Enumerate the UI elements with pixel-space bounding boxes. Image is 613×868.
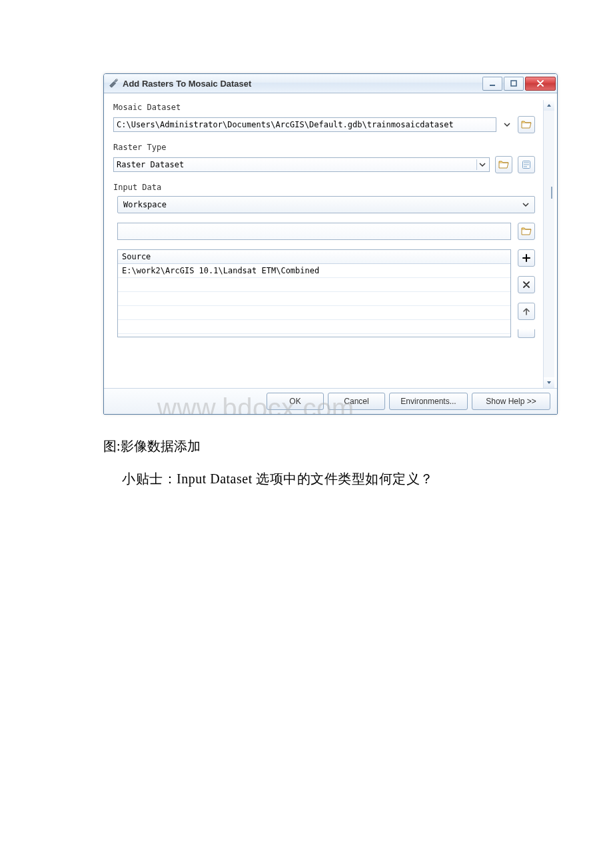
svg-rect-1 (490, 85, 495, 86)
figure-caption: 图:影像数据添加 (103, 437, 510, 455)
browse-folder-button[interactable] (518, 116, 535, 133)
scroll-up-icon[interactable] (544, 100, 554, 111)
browse-folder-button[interactable] (495, 156, 512, 173)
list-item (118, 278, 510, 292)
raster-type-value: Raster Dataset (117, 160, 184, 169)
chevron-down-icon[interactable] (502, 121, 512, 128)
environments-button[interactable]: Environments... (389, 393, 468, 410)
scroll-down-icon[interactable] (544, 377, 554, 388)
maximize-button[interactable] (504, 77, 524, 91)
minimize-button[interactable] (482, 77, 502, 91)
svg-point-0 (116, 79, 117, 81)
titlebar: Add Rasters To Mosaic Dataset (104, 74, 557, 93)
input-data-type-value: Workspace (123, 200, 167, 209)
label-input-data: Input Data (113, 183, 538, 192)
chevron-down-icon (476, 159, 488, 170)
workspace-path-input[interactable] (117, 223, 511, 240)
properties-button[interactable] (518, 156, 535, 173)
label-raster-type: Raster Type (113, 143, 538, 152)
add-item-button[interactable] (518, 249, 535, 267)
input-data-type-combo[interactable]: Workspace (117, 196, 535, 213)
list-header-source: Source (118, 250, 510, 264)
vertical-scrollbar[interactable] (543, 100, 554, 388)
scroll-tick (551, 187, 552, 199)
mosaic-dataset-value: C:\Users\Administrator\Documents\ArcGIS\… (117, 120, 454, 129)
raster-type-combo[interactable]: Raster Dataset (113, 157, 490, 172)
svg-rect-2 (511, 81, 516, 86)
client-area: Mosaic Dataset C:\Users\Administrator\Do… (104, 93, 557, 388)
dialog-footer: OK Cancel Environments... Show Help >> (104, 388, 557, 414)
window-title: Add Rasters To Mosaic Dataset (123, 79, 481, 89)
list-item (118, 320, 510, 334)
parameters-panel: Mosaic Dataset C:\Users\Administrator\Do… (111, 100, 540, 388)
label-mosaic-dataset: Mosaic Dataset (113, 103, 538, 112)
list-item[interactable]: E:\work2\ArcGIS 10.1\Landsat ETM\Combine… (118, 264, 510, 278)
tip-caption: 小贴士：Input Dataset 选项中的文件类型如何定义？ (103, 470, 510, 488)
ok-button[interactable]: OK (267, 393, 324, 410)
move-down-button[interactable] (518, 329, 535, 338)
source-listbox[interactable]: Source E:\work2\ArcGIS 10.1\Landsat ETM\… (117, 249, 511, 337)
remove-item-button[interactable] (518, 276, 535, 293)
window-controls (481, 77, 556, 91)
list-item (118, 306, 510, 320)
list-item (118, 292, 510, 306)
chevron-down-icon (520, 199, 532, 211)
dialog-window: Add Rasters To Mosaic Dataset Mosaic Dat… (103, 73, 558, 415)
move-up-button[interactable] (518, 303, 535, 320)
tool-icon (108, 78, 119, 89)
show-help-button[interactable]: Show Help >> (472, 393, 550, 410)
cancel-button[interactable]: Cancel (328, 393, 385, 410)
browse-folder-button[interactable] (518, 223, 535, 240)
mosaic-dataset-input[interactable]: C:\Users\Administrator\Documents\ArcGIS\… (113, 117, 496, 132)
close-button[interactable] (525, 77, 556, 91)
list-side-buttons (518, 249, 535, 338)
